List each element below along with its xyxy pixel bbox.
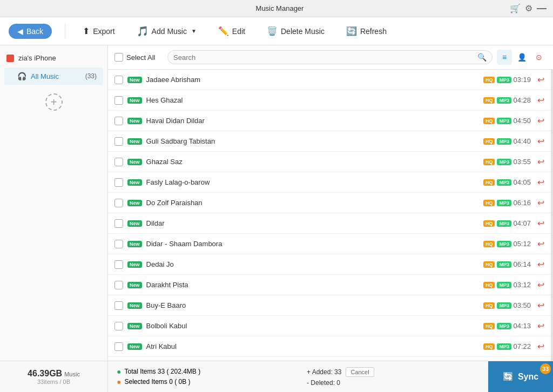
music-track-row[interactable]: New Hes Ghazal HQ MP3 04:28 ↩ (108, 90, 553, 111)
music-track-row[interactable]: New Do Zolf Paraishan HQ MP3 06:16 ↩ (108, 193, 553, 213)
track-name: Bolboli Kabul (146, 322, 480, 330)
track-delete-icon[interactable]: ↩ (537, 300, 544, 310)
music-track-row[interactable]: New Atri Kabul HQ MP3 07:22 ↩ (108, 336, 553, 357)
new-badge: New (127, 241, 142, 247)
track-checkbox[interactable] (114, 240, 123, 248)
track-checkbox[interactable] (114, 137, 123, 146)
track-checkbox[interactable] (114, 260, 123, 269)
hq-badge: HQ (483, 343, 495, 350)
sync-badge: 33 (540, 363, 551, 374)
track-delete-icon[interactable]: ↩ (537, 75, 544, 85)
track-delete-icon[interactable]: ↩ (537, 341, 544, 352)
sync-icon: 🔄 (503, 371, 514, 382)
hq-badge: HQ (483, 118, 495, 124)
mp3-badge: MP3 (497, 200, 511, 206)
scrollbar-track[interactable] (551, 70, 553, 361)
music-track-row[interactable]: New Buy-E Baaro HQ MP3 03:50 ↩ (108, 295, 553, 316)
track-name: Ghazal Saz (146, 158, 480, 166)
music-track-row[interactable]: New Darakht Pista HQ MP3 03:12 ↩ (108, 275, 553, 295)
music-track-row[interactable]: New Ghazal Saz HQ MP3 03:55 ↩ (108, 152, 553, 172)
music-track-row[interactable]: New Havai Didan Dildar HQ MP3 04:50 ↩ (108, 111, 553, 131)
mp3-badge: MP3 (497, 323, 511, 329)
new-badge: New (127, 261, 142, 268)
edit-button[interactable]: ✏️ Edit (214, 23, 249, 39)
track-duration: 04:13 (511, 322, 531, 330)
add-playlist-button[interactable]: + (45, 93, 63, 111)
track-checkbox[interactable] (114, 158, 123, 166)
track-checkbox[interactable] (114, 301, 123, 310)
music-list: New Jadaee Abrisham HQ MP3 03:19 ↩ New H… (108, 70, 553, 361)
add-music-icon: 🎵 (137, 25, 149, 37)
hq-badge: HQ (483, 261, 495, 268)
settings-icon[interactable]: ⚙ (525, 3, 532, 13)
track-checkbox[interactable] (114, 219, 123, 228)
music-track-row[interactable]: New Dedai Jo HQ MP3 06:14 ↩ (108, 254, 553, 275)
new-badge: New (127, 118, 142, 124)
track-delete-icon[interactable]: ↩ (537, 116, 544, 126)
track-delete-icon[interactable]: ↩ (537, 136, 544, 146)
track-delete-icon[interactable]: ↩ (537, 198, 544, 208)
track-checkbox[interactable] (114, 178, 123, 187)
music-track-row[interactable]: New Didar - Shaam Dambora HQ MP3 05:12 ↩ (108, 234, 553, 254)
track-checkbox[interactable] (114, 199, 123, 207)
music-track-row[interactable]: New Fasly Lalag-o-barow HQ MP3 04:05 ↩ (108, 172, 553, 193)
track-name: Jadaee Abrisham (146, 76, 480, 84)
back-button[interactable]: ◀ Back (9, 24, 52, 39)
export-icon: ⬆ (83, 26, 90, 36)
track-delete-icon[interactable]: ↩ (537, 177, 544, 187)
search-input[interactable] (173, 53, 477, 62)
track-checkbox[interactable] (114, 281, 123, 289)
track-duration: 04:28 (511, 96, 531, 104)
select-all-area: Select All (114, 53, 163, 62)
storage-size: 46.39GB (28, 369, 62, 379)
grid-view-button[interactable]: ⊙ (531, 50, 547, 65)
track-checkbox[interactable] (114, 117, 123, 125)
list-view-button[interactable]: ≡ (497, 50, 512, 65)
track-delete-icon[interactable]: ↩ (537, 321, 544, 331)
track-delete-icon[interactable]: ↩ (537, 239, 544, 249)
music-track-row[interactable]: New Guli Sadbarg Tabistan HQ MP3 04:40 ↩ (108, 131, 553, 152)
sort-view-button[interactable]: 👤 (514, 50, 529, 65)
select-all-checkbox[interactable] (114, 53, 123, 62)
hq-badge: HQ (483, 220, 495, 227)
mp3-badge: MP3 (497, 241, 511, 247)
music-track-row[interactable]: New Atari Taza HQ MP3 03:13 ↩ (108, 357, 553, 361)
music-track-row[interactable]: New Bolboli Kabul HQ MP3 04:13 ↩ (108, 316, 553, 336)
add-music-button[interactable]: 🎵 Add Music ▼ (132, 22, 201, 40)
title-bar: Music Manager 🛒 ⚙ — (0, 0, 553, 17)
sidebar: zia's iPhone 🎧 All Music (33) + (0, 45, 108, 361)
new-badge: New (127, 200, 142, 206)
cancel-button[interactable]: Cancel (346, 367, 374, 377)
status-bar: 46.39GB Music 33items / 0B ● Total Items… (0, 361, 553, 392)
search-box[interactable]: 🔍 (167, 50, 493, 64)
track-delete-icon[interactable]: ↩ (537, 280, 544, 290)
export-button[interactable]: ⬆ Export (78, 23, 119, 39)
hq-badge: HQ (483, 241, 495, 247)
refresh-button[interactable]: 🔄 Refresh (342, 23, 391, 39)
track-duration: 07:22 (511, 342, 531, 350)
track-checkbox[interactable] (114, 322, 123, 330)
track-checkbox[interactable] (114, 342, 123, 351)
device-name: zia's iPhone (0, 50, 107, 66)
track-duration: 03:12 (511, 281, 531, 289)
music-track-row[interactable]: New Jadaee Abrisham HQ MP3 03:19 ↩ (108, 70, 553, 90)
track-duration: 06:16 (511, 199, 531, 207)
add-music-dropdown-icon: ▼ (191, 28, 197, 34)
track-delete-icon[interactable]: ↩ (537, 259, 544, 269)
mp3-badge: MP3 (497, 343, 511, 350)
sidebar-item-all-music[interactable]: 🎧 All Music (33) (4, 67, 103, 85)
track-delete-icon[interactable]: ↩ (537, 95, 544, 105)
track-checkbox[interactable] (114, 96, 123, 105)
content-area: Select All 🔍 ≡ 👤 ⊙ New Jadaee Abrisham H… (108, 45, 553, 361)
delete-music-button[interactable]: 🗑️ Delete Music (262, 23, 329, 39)
total-items-text: Total Items 33 ( 202.4MB ) (124, 368, 200, 375)
minimize-icon[interactable]: — (537, 3, 547, 14)
cart-icon[interactable]: 🛒 (510, 3, 521, 13)
track-delete-icon[interactable]: ↩ (537, 157, 544, 167)
track-name: Dildar (146, 219, 480, 227)
track-delete-icon[interactable]: ↩ (537, 218, 544, 228)
track-checkbox[interactable] (114, 76, 123, 84)
hq-badge: HQ (483, 159, 495, 165)
music-track-row[interactable]: New Dildar HQ MP3 04:07 ↩ (108, 213, 553, 234)
new-badge: New (127, 138, 142, 145)
